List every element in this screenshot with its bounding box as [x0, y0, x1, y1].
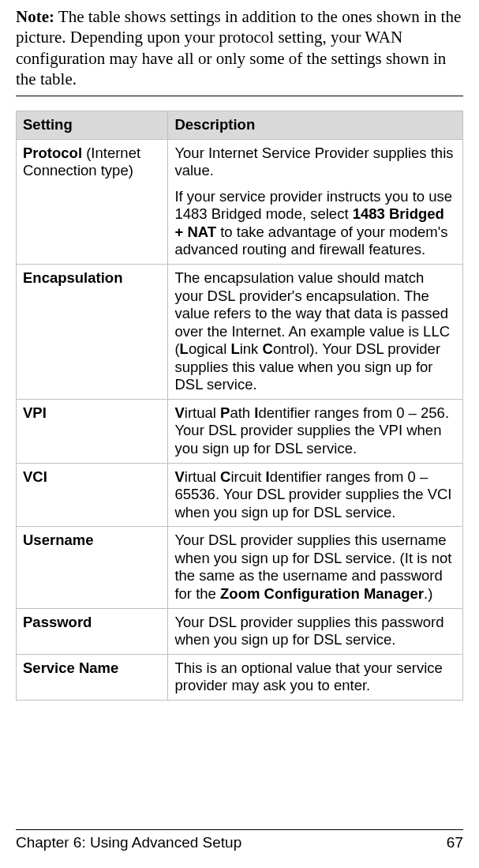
cell-vci-setting: VCI [17, 463, 168, 527]
vpi-desc: Virtual Path Identifier ranges from 0 – … [174, 404, 456, 458]
horizontal-rule [16, 96, 463, 96]
settings-table: Setting Description Protocol (Internet C… [16, 111, 463, 701]
password-desc: Your DSL provider supplies this password… [174, 614, 456, 649]
row-password: Password Your DSL provider supplies this… [17, 608, 463, 654]
row-encapsulation: Encapsulation The encapsulation value sh… [17, 264, 463, 399]
footer-page-number: 67 [447, 833, 463, 852]
cell-username-setting: Username [17, 527, 168, 608]
row-vci: VCI Virtual Circuit Identifier ranges fr… [17, 463, 463, 527]
cell-password-setting: Password [17, 608, 168, 654]
cell-service-desc: This is an optional value that your serv… [168, 654, 463, 700]
cell-protocol-setting: Protocol (Internet Connection type) [17, 139, 168, 264]
footer-chapter: Chapter 6: Using Advanced Setup [16, 833, 241, 852]
protocol-bold: Protocol [23, 145, 82, 161]
row-vpi: VPI Virtual Path Identifier ranges from … [17, 399, 463, 463]
row-protocol: Protocol (Internet Connection type) Your… [17, 139, 463, 264]
note-label: Note: [16, 7, 54, 26]
page-footer: Chapter 6: Using Advanced Setup 67 [16, 829, 463, 852]
cell-username-desc: Your DSL provider supplies this username… [168, 527, 463, 608]
row-username: Username Your DSL provider supplies this… [17, 527, 463, 608]
cell-vpi-setting: VPI [17, 399, 168, 463]
protocol-desc-p2: If your service provider instructs you t… [174, 188, 456, 259]
encapsulation-desc: The encapsulation value should match you… [174, 269, 456, 394]
vci-desc: Virtual Circuit Identifier ranges from 0… [174, 468, 456, 522]
header-setting: Setting [17, 111, 168, 140]
service-desc: This is an optional value that your serv… [174, 659, 456, 695]
cell-encapsulation-desc: The encapsulation value should match you… [168, 264, 463, 399]
note-text: The table shows settings in addition to … [16, 7, 461, 88]
cell-service-setting: Service Name [17, 654, 168, 700]
cell-password-desc: Your DSL provider supplies this password… [168, 608, 463, 654]
cell-protocol-desc: Your Internet Service Provider supplies … [168, 139, 463, 264]
table-header-row: Setting Description [17, 111, 463, 140]
protocol-desc-p1: Your Internet Service Provider supplies … [174, 145, 456, 180]
row-service-name: Service Name This is an optional value t… [17, 654, 463, 700]
note-paragraph: Note: The table shows settings in additi… [16, 6, 463, 89]
cell-vpi-desc: Virtual Path Identifier ranges from 0 – … [168, 399, 463, 463]
cell-encapsulation-setting: Encapsulation [17, 264, 168, 399]
header-description: Description [168, 111, 463, 140]
cell-vci-desc: Virtual Circuit Identifier ranges from 0… [168, 463, 463, 527]
username-desc: Your DSL provider supplies this username… [174, 532, 456, 603]
